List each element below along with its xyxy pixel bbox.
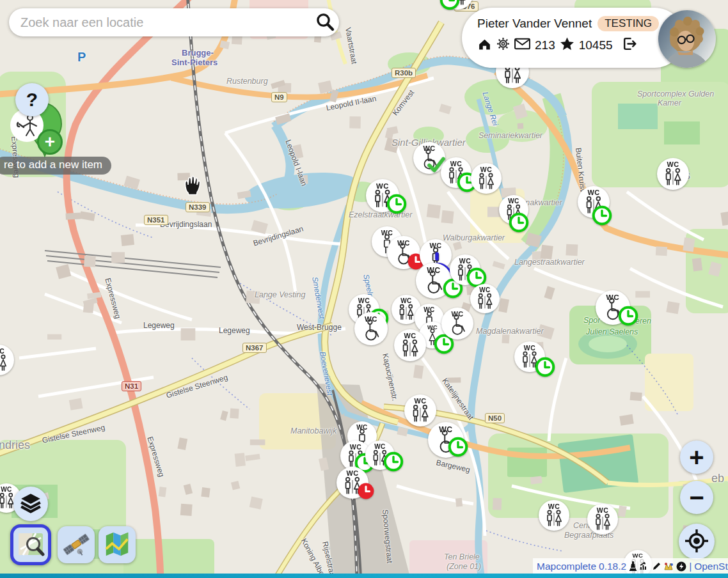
- map-marker-wc-mf[interactable]: WC: [587, 504, 618, 537]
- add-item-plus-button[interactable]: +: [37, 129, 63, 155]
- svg-text:WC: WC: [374, 443, 386, 450]
- josm-logo-icon[interactable]: [664, 562, 674, 571]
- svg-text:WC: WC: [459, 257, 471, 265]
- svg-text:WC: WC: [479, 286, 491, 293]
- attribution-bar: Mapcomplete 0.18.2 | OpenStreetMap: [533, 558, 728, 574]
- svg-text:WC: WC: [376, 182, 389, 190]
- geolocate-crosshair-icon: [684, 529, 709, 555]
- map-marker-wc-mf[interactable]: WC: [0, 345, 14, 378]
- user-name: Pieter Vander Vennet: [477, 17, 592, 31]
- svg-text:WC: WC: [548, 503, 560, 510]
- svg-text:WC: WC: [667, 160, 679, 168]
- hand-cursor-icon: [180, 173, 202, 201]
- svg-text:WC: WC: [346, 469, 358, 477]
- zoom-out-button[interactable]: −: [680, 481, 713, 514]
- svg-text:WC: WC: [451, 310, 463, 318]
- testing-badge: TESTING: [597, 16, 659, 31]
- zoom-in-button[interactable]: +: [680, 441, 713, 474]
- mapcomplete-app: Brugge-Sint-PietersRustenburgSint-Gillis…: [0, 0, 728, 578]
- svg-text:WC: WC: [508, 198, 519, 205]
- svg-text:WC: WC: [439, 425, 453, 434]
- map-marker-wc-mf[interactable]: WC: [471, 163, 502, 196]
- svg-text:WC: WC: [358, 297, 370, 304]
- messages-count: 213: [535, 38, 555, 52]
- map-marker-wc-mf[interactable]: WC: [657, 158, 689, 192]
- status-badge-clock: [386, 193, 408, 217]
- statue-icon[interactable]: [629, 561, 637, 571]
- status-badge-clock: [617, 305, 639, 329]
- search-button[interactable]: [311, 8, 339, 36]
- svg-text:WC: WC: [524, 344, 536, 352]
- background-style-foldedmap-button[interactable]: [99, 526, 136, 563]
- status-badge-clock: [383, 451, 404, 475]
- svg-text:WC: WC: [480, 166, 493, 173]
- search-bar: [9, 8, 339, 36]
- background-style-map-button[interactable]: [10, 524, 51, 565]
- svg-text:WC: WC: [400, 297, 412, 304]
- plus-glyph: +: [689, 443, 704, 472]
- status-badge-clock: [591, 205, 613, 229]
- svg-text:WC: WC: [1, 486, 12, 493]
- status-badge-clock: [439, 0, 461, 13]
- statistics-icon[interactable]: [640, 561, 649, 571]
- logout-icon[interactable]: [621, 36, 637, 54]
- layers-icon: [19, 492, 42, 517]
- map-marker-wc-mf[interactable]: WC: [470, 284, 500, 316]
- map-marker-wc-mf[interactable]: WC: [394, 329, 426, 364]
- messages-mail-icon[interactable]: [514, 38, 530, 52]
- map-magnifier-icon: [17, 530, 45, 560]
- avatar[interactable]: [658, 10, 716, 68]
- svg-text:WC: WC: [365, 315, 377, 323]
- background-style-satellite-button[interactable]: [58, 526, 95, 563]
- attribution-separator: |: [689, 561, 692, 572]
- svg-text:WC: WC: [597, 506, 609, 514]
- svg-text:WC: WC: [427, 266, 441, 275]
- svg-text:WC: WC: [450, 160, 463, 168]
- svg-text:WC: WC: [397, 239, 410, 247]
- map-marker-wc-wheelchair[interactable]: WC: [441, 308, 473, 342]
- svg-text:WC: WC: [404, 332, 416, 340]
- svg-text:WC: WC: [0, 347, 4, 355]
- status-badge-clock: [447, 436, 469, 460]
- status-badge-clock-red: [358, 483, 375, 503]
- svg-text:WC: WC: [423, 144, 435, 152]
- openstreetmap-link[interactable]: OpenStreetMap: [694, 561, 728, 572]
- bottom-accent-bar: [0, 574, 728, 578]
- add-item-tooltip: re to add a new item: [0, 157, 111, 175]
- status-badge-clock: [534, 356, 556, 380]
- map-markers: WC WC WC WC: [0, 0, 728, 578]
- edit-pencil-icon[interactable]: [652, 561, 661, 571]
- svg-text:WC: WC: [587, 189, 599, 196]
- settings-gear-icon[interactable]: [496, 37, 510, 53]
- star-icon[interactable]: [560, 36, 574, 54]
- mapcomplete-version: 0.18.2: [599, 561, 626, 572]
- svg-text:WC: WC: [414, 397, 426, 405]
- search-input[interactable]: [9, 15, 311, 30]
- svg-text:WC: WC: [350, 443, 362, 451]
- svg-text:WC: WC: [606, 293, 620, 302]
- map-marker-wc-wheelchair[interactable]: WC: [354, 312, 388, 348]
- help-question-label: ?: [26, 89, 38, 111]
- satellite-icon: [61, 529, 91, 561]
- community-icon[interactable]: [676, 561, 686, 572]
- minus-glyph: −: [689, 483, 704, 512]
- home-icon[interactable]: [477, 36, 492, 54]
- help-button[interactable]: ?: [15, 83, 49, 116]
- geolocate-button[interactable]: [679, 524, 715, 559]
- search-icon: [314, 11, 336, 35]
- mapcomplete-link[interactable]: Mapcomplete: [537, 561, 596, 572]
- layers-button[interactable]: [13, 487, 48, 521]
- changesets-count: 10455: [579, 38, 613, 52]
- plus-icon: +: [45, 133, 55, 151]
- user-panel: Pieter Vander Vennet TESTING: [462, 8, 684, 68]
- map-marker-wc-mf[interactable]: WC: [539, 500, 569, 533]
- folded-map-icon: [102, 529, 132, 561]
- status-badge-clock: [508, 212, 530, 236]
